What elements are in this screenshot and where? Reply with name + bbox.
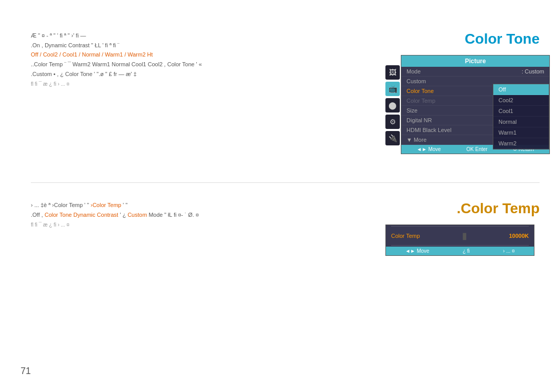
ct-line3: Off / Cool2 / Cool1 / Normal / Warm1 / W…	[31, 50, 380, 60]
picture-icon: 🖼	[385, 65, 400, 80]
dropdown-warm2: Warm2	[493, 138, 549, 149]
color-temp-value: 10000K	[509, 233, 529, 239]
dropdown-normal: Normal	[493, 117, 549, 127]
temp-divider-top	[391, 226, 529, 227]
color-tone-panel: Color Tone 🖼 📺 ⬤ ⚙ 🔌 Picture Mode : Cust…	[385, 31, 540, 154]
dropdown-cool1: Cool1	[493, 106, 549, 117]
osd-menu: Picture Mode : Custom Custom Color Tone …	[401, 55, 550, 154]
dropdown-off: Off	[493, 84, 549, 95]
ctemp-nav: fl fi ¯ æ ¿ fi › ... ¤	[31, 222, 380, 228]
color-tone-dropdown: Off Cool2 Cool1 Normal Warm1 Warm2	[493, 84, 549, 150]
ct-nav: fl fi ¯ æ ¿ fi › ... ¤	[31, 81, 380, 87]
temp-divider-bottom	[391, 245, 529, 246]
color-tone-title: Color Tone	[385, 31, 540, 47]
color-tone-description: Æ " ¤ - ª " ' fi ª " ›' fi — .On , Dynam…	[31, 31, 380, 87]
ct-line2: .On , Dynamic Contrast " ŁL ' fi ª fi ¨	[31, 41, 380, 50]
osd-header: Picture	[401, 55, 549, 67]
section-divider	[31, 182, 540, 183]
ctemp-line2: .Off , Color Tone Dynamic Contrast ' ¿ C…	[31, 210, 380, 220]
circle-icon: ⬤	[385, 98, 400, 113]
osd-temp-menu: Color Temp ▮ 10000K ◄► Move ¿ fi › ... ¤	[385, 225, 534, 256]
ct-line4: ..Color Temp ¨ ¯ Warm2 Warm1 Normal Cool…	[31, 60, 380, 69]
osd-icon-column: 🖼 📺 ⬤ ⚙ 🔌	[385, 65, 400, 145]
page-number: 71	[21, 366, 31, 377]
color-temp-panel: .Color Temp Color Temp ▮ 10000K ◄► Move …	[385, 200, 540, 256]
ct-line5: .Custom • , ¿ Color Tone ' ".ø " £ fr — …	[31, 69, 380, 79]
plug-icon: 🔌	[385, 131, 400, 145]
osd-main-box: Picture Mode : Custom Custom Color Tone …	[401, 55, 550, 154]
gear-icon: ⚙	[385, 115, 400, 129]
color-temp-label: Color Temp	[391, 233, 420, 239]
osd-temp-row: Color Temp ▮ 10000K	[386, 228, 534, 244]
color-temp-description: › ... ‡è ª ›Color Temp ' " ›Color Temp '…	[31, 200, 380, 228]
osd-temp-footer: ◄► Move ¿ fi › ... ¤	[386, 247, 534, 255]
dropdown-warm1: Warm1	[493, 127, 549, 138]
ctemp-line1: › ... ‡è ª ›Color Temp ' " ›Color Temp '…	[31, 200, 380, 210]
osd-row-mode: Mode : Custom	[401, 67, 549, 77]
dropdown-cool2: Cool2	[493, 95, 549, 106]
display-icon: 📺	[385, 82, 400, 96]
ct-line1: Æ " ¤ - ª " ' fi ª " ›' fi —	[31, 31, 380, 41]
color-temp-title: .Color Temp	[385, 200, 540, 217]
